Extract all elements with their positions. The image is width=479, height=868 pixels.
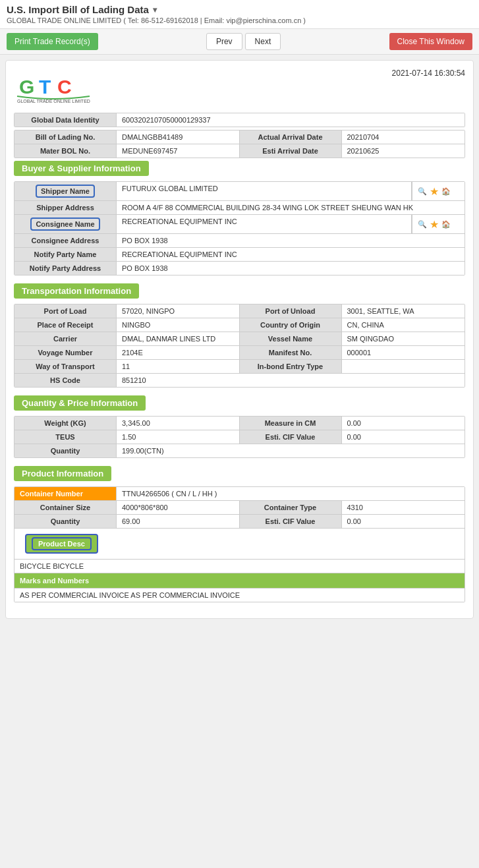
product-quantity-value: 69.00 [117,515,240,528]
product-label: Product Information [14,466,111,481]
transport-row3: Carrier DMAL, DANMAR LINES LTD Vessel Na… [14,332,465,346]
container-number-row: Container Number TTNU4266506 ( CN / L / … [14,487,465,501]
marks-label-cell: Marks and Numbers [20,576,459,585]
title-dropdown-icon[interactable]: ▾ [153,5,157,14]
port-of-load-value: 57020, NINGPO [117,304,240,318]
notify-name-value: RECREATIONAL EQUIPMENT INC [117,248,465,261]
next-button[interactable]: Next [245,33,281,50]
print-button[interactable]: Print Trade Record(s) [7,33,98,50]
qp-esti-cif-value: 0.00 [342,430,465,444]
hs-code-label: HS Code [14,374,117,387]
timestamp: 2021-07-14 16:30:54 [392,69,465,78]
container-number-label-text: Container Number [20,490,83,498]
doc-header: G T C GLOBAL TRADE ONLINE LIMITED 2021-0… [14,69,465,105]
manifest-no-value: 000001 [342,346,465,359]
mater-bol-label: Mater BOL No. [14,144,117,158]
product-esti-cif-label: Esti. CIF Value [240,515,342,528]
product-desc-value: BICYCLE BICYCLE [14,560,465,573]
country-of-origin-label: Country of Origin [240,318,342,332]
shipper-address-row: Shipper Address ROOM A 4/F 88 COMMERCIAL… [14,201,465,215]
weight-value: 3,345.00 [117,417,240,430]
company-logo: G T C GLOBAL TRADE ONLINE LIMITED [14,69,93,105]
bol-section: Bill of Lading No. DMALNGBB41489 Actual … [14,130,465,158]
transport-row1: Port of Load 57020, NINGPO Port of Unloa… [14,304,465,318]
quantity-price-header: Quantity & Price Information [14,395,465,416]
arrival-date-label: Actual Arrival Date [240,130,342,144]
svg-text:G: G [19,76,34,98]
qp-row1: Weight (KG) 3,345.00 Measure in CM 0.00 [14,417,465,430]
prev-button[interactable]: Prev [206,33,242,50]
consignee-name-label: Consignee Name [14,215,117,233]
vessel-name-value: SM QINGDAO [342,332,465,345]
consignee-home-icon[interactable]: 🏠 [441,220,451,229]
carrier-label: Carrier [14,332,117,345]
consignee-name-row: Consignee Name RECREATIONAL EQUIPMENT IN… [14,215,465,234]
product-desc-label-cell: Product Desc [20,531,459,556]
port-of-load-label: Port of Load [14,304,117,318]
notify-address-label: Notify Party Address [14,262,117,275]
container-number-label: Container Number [14,487,117,500]
transport-row2: Place of Receipt NINGBO Country of Origi… [14,318,465,332]
qp-row3: Quantity 199.00(CTN) [14,444,465,457]
product-desc-label-text: Product Desc [25,534,98,554]
container-size-label: Container Size [14,501,117,514]
buyer-supplier-table: Shipper Name FUTURUX GLOBAL LIMITED 🔍 ★ … [14,181,465,275]
quantity-price-label: Quantity & Price Information [14,395,146,411]
notify-name-label: Notify Party Name [14,248,117,261]
transportation-section: Transportation Information Port of Load … [14,283,465,388]
buyer-supplier-section: Buyer & Supplier Information Shipper Nam… [14,161,465,275]
buyer-supplier-label: Buyer & Supplier Information [14,161,149,176]
place-of-receipt-value: NINGBO [117,318,240,332]
qp-esti-cif-label: Esti. CIF Value [240,430,342,444]
arrival-date-value: 20210704 [342,130,465,144]
buyer-supplier-header: Buyer & Supplier Information [14,161,465,181]
logo-area: G T C GLOBAL TRADE ONLINE LIMITED [14,69,93,105]
shipper-home-icon[interactable]: 🏠 [441,187,451,196]
container-type-value: 4310 [342,501,465,514]
transportation-label: Transportation Information [14,283,139,299]
marks-label-row: Marks and Numbers [14,573,465,589]
global-id-value: 6003202107050000129337 [117,113,465,127]
quantity-price-table: Weight (KG) 3,345.00 Measure in CM 0.00 … [14,416,465,458]
notify-address-value: PO BOX 1938 [117,262,465,275]
main-content: G T C GLOBAL TRADE ONLINE LIMITED 2021-0… [5,60,474,619]
toolbar: Print Trade Record(s) Prev Next Close Th… [0,29,479,55]
inbond-entry-value [342,360,465,373]
qp-quantity-value: 199.00(CTN) [117,444,465,457]
port-of-unload-value: 3001, SEATTLE, WA [342,304,465,318]
top-bar: U.S. Import Bill of Lading Data ▾ GLOBAL… [0,0,479,29]
consignee-name-label-text: Consignee Name [30,217,99,231]
global-id-row: Global Data Identity 6003202107050000129… [14,113,465,127]
place-of-receipt-label: Place of Receipt [14,318,117,332]
product-desc-label-inner: Product Desc [32,537,92,550]
voyage-number-label: Voyage Number [14,346,117,359]
shipper-name-value: FUTURUX GLOBAL LIMITED [117,182,412,200]
country-of-origin-value: CN, CHINA [342,318,465,332]
teus-label: TEUS [14,430,117,444]
shipper-name-row: Shipper Name FUTURUX GLOBAL LIMITED 🔍 ★ … [14,182,465,201]
container-size-row: Container Size 4000*806*800 Container Ty… [14,501,465,515]
consignee-search-icon[interactable]: 🔍 [418,220,427,229]
notify-address-row: Notify Party Address PO BOX 1938 [14,262,465,275]
company-info: GLOBAL TRADE ONLINE LIMITED ( Tel: 86-51… [7,16,472,24]
voyage-number-value: 2104E [117,346,240,359]
quantity-price-section: Quantity & Price Information Weight (KG)… [14,395,465,458]
shipper-star-icon[interactable]: ★ [430,185,439,198]
shipper-search-icon[interactable]: 🔍 [418,187,427,196]
container-size-value: 4000*806*800 [117,501,240,514]
title-text: U.S. Import Bill of Lading Data [7,4,149,15]
weight-label: Weight (KG) [14,417,117,430]
product-quantity-row: Quantity 69.00 Esti. CIF Value 0.00 [14,515,465,529]
transport-row5: Way of Transport 11 In-bond Entry Type [14,360,465,374]
consignee-address-value: PO BOX 1938 [117,234,465,247]
close-button[interactable]: Close This Window [389,33,472,50]
shipper-name-label: Shipper Name [14,182,117,200]
consignee-star-icon[interactable]: ★ [430,218,439,231]
consignee-address-label: Consignee Address [14,234,117,247]
container-number-value: TTNU4266506 ( CN / L / HH ) [117,487,465,500]
port-of-unload-label: Port of Unload [240,304,342,318]
product-quantity-label: Quantity [14,515,117,528]
product-esti-cif-value: 0.00 [342,515,465,528]
qp-quantity-label: Quantity [14,444,117,457]
marks-label-text: Marks and Numbers [20,577,89,585]
